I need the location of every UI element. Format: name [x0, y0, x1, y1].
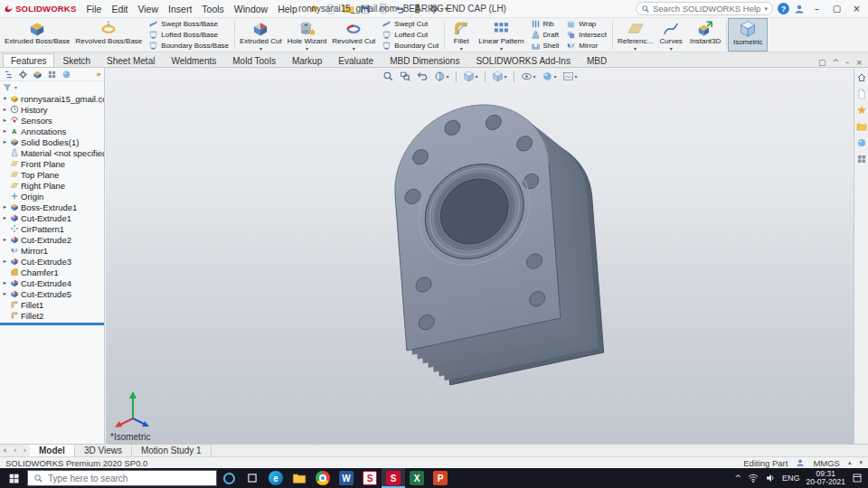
task-view-button[interactable]	[241, 468, 264, 488]
tree-item-top-plane[interactable]: Top Plane	[0, 169, 104, 180]
search-dropdown-icon[interactable]: ▾	[764, 5, 768, 13]
dropdown-arrow-icon[interactable]: ▾	[634, 46, 637, 52]
menu-edit[interactable]: Edit	[107, 2, 132, 16]
taskbar-search-box[interactable]	[27, 470, 217, 486]
tree-item-solid-bodies[interactable]: ▸Solid Bodies(1)	[0, 136, 104, 147]
tab-markup[interactable]: Markup	[284, 53, 330, 67]
tab-sketch[interactable]: Sketch	[54, 53, 99, 67]
extruded-cut-button[interactable]: Extruded Cut ▾	[237, 19, 285, 51]
restore-button[interactable]: ▢	[829, 2, 844, 15]
tab-mbd[interactable]: MBD	[579, 53, 615, 67]
design-library-tab[interactable]	[856, 105, 867, 116]
minimize-button[interactable]: –	[809, 2, 825, 15]
swept-cut-button[interactable]: Swept Cut	[382, 19, 439, 29]
excel-button[interactable]: X	[405, 468, 429, 488]
intersect-button[interactable]: Intersect	[566, 30, 607, 40]
tree-item-origin[interactable]: Origin	[0, 191, 104, 202]
cortana-button[interactable]	[217, 468, 241, 488]
dropdown-arrow-icon[interactable]: ▾	[460, 46, 463, 52]
graphics-area[interactable]: ▾ ▾ ▾ ▾ ▾ ▾	[106, 68, 854, 444]
tree-item-right-plane[interactable]: Right Plane	[0, 180, 104, 191]
curves-button[interactable]: Curves ▾	[656, 19, 686, 51]
menu-tools[interactable]: Tools	[197, 2, 229, 16]
tab-mold-tools[interactable]: Mold Tools	[224, 53, 284, 67]
expand-icon[interactable]: ▸	[2, 106, 8, 113]
tree-item-cut-extrude3[interactable]: ▸Cut-Extrude3	[0, 256, 104, 267]
tab-mbd-dimensions[interactable]: MBD Dimensions	[382, 53, 467, 67]
nav-first-icon[interactable]: «	[0, 445, 10, 456]
hidden-icons-chevron[interactable]: ^	[734, 474, 741, 483]
configuration-manager-tab[interactable]	[32, 69, 43, 80]
tree-item-material[interactable]: Material <not specified>	[0, 147, 104, 158]
expand-icon[interactable]: ▸	[2, 203, 8, 211]
rib-button[interactable]: Rib	[531, 19, 560, 29]
extruded-boss-base-button[interactable]: Extruded Boss/Base	[2, 19, 72, 51]
expand-icon[interactable]: ▸	[2, 138, 8, 145]
panel-flyout-icon[interactable]: »	[96, 70, 101, 79]
wifi-icon[interactable]	[748, 473, 759, 483]
taskbar-search-input[interactable]	[48, 474, 211, 483]
expand-icon[interactable]: ▸	[2, 258, 8, 265]
powerpoint-button[interactable]: P	[429, 468, 452, 488]
tree-item-front-plane[interactable]: Front Plane	[0, 158, 104, 169]
nav-prev-icon[interactable]: ‹	[10, 445, 20, 456]
dropdown-arrow-icon[interactable]: ▾	[259, 46, 262, 52]
edge-button[interactable]: e	[264, 468, 288, 488]
tab-sheet-metal[interactable]: Sheet Metal	[99, 53, 163, 67]
boundary-boss-base-button[interactable]: Boundary Boss/Base	[148, 41, 229, 51]
feature-manager-tab[interactable]	[3, 69, 14, 80]
hole-wizard-button[interactable]: Hole Wizard ▾	[285, 19, 330, 51]
expand-icon[interactable]: ▸	[2, 117, 8, 124]
chrome-button[interactable]	[311, 468, 335, 488]
nav-next-icon[interactable]: ›	[20, 445, 30, 456]
menu-insert[interactable]: Insert	[164, 2, 196, 16]
status-up-icon[interactable]: ▴	[848, 459, 852, 466]
user-account-button[interactable]	[794, 4, 805, 14]
tree-item-chamfer1[interactable]: Chamfer1	[0, 267, 104, 277]
display-manager-tab[interactable]	[61, 69, 72, 80]
dropdown-arrow-icon[interactable]: ▾	[353, 46, 355, 52]
tree-item-cut-extrude2[interactable]: ▸Cut-Extrude2	[0, 234, 104, 245]
start-button[interactable]	[0, 468, 27, 488]
expand-icon[interactable]: ▸	[2, 127, 8, 135]
ribbon-collapse-icon[interactable]: ^	[832, 58, 839, 67]
solidworks-app-button[interactable]: S	[382, 468, 405, 488]
file-explorer-tab[interactable]	[856, 121, 867, 132]
tree-item-cirpattern1[interactable]: CirPattern1	[0, 223, 104, 234]
custom-properties-tab[interactable]	[856, 154, 867, 164]
boundary-cut-button[interactable]: Boundary Cut	[382, 41, 439, 51]
expand-icon[interactable]: ▸	[2, 236, 8, 243]
isometric-view-button[interactable]: Isometric	[729, 19, 767, 51]
tree-item-sensors[interactable]: ▸Sensors	[0, 115, 104, 126]
tree-item-cut-extrude1[interactable]: ▸Cut-Extrude1	[0, 212, 104, 223]
tab-evaluate[interactable]: Evaluate	[330, 53, 382, 67]
doc-close-icon[interactable]: ×	[855, 58, 863, 67]
dimxpert-manager-tab[interactable]	[46, 69, 58, 80]
tab-model[interactable]: Model	[30, 445, 75, 456]
shell-button[interactable]: Shell	[531, 41, 560, 51]
expand-icon[interactable]: ▸	[2, 290, 8, 297]
menu-view[interactable]: View	[133, 2, 163, 16]
file-explorer-button[interactable]	[288, 468, 311, 488]
bearing-end-cap-model[interactable]	[106, 68, 854, 444]
status-down-icon[interactable]: ▾	[859, 459, 863, 466]
tree-item-annotations[interactable]: ▸Annotations	[0, 126, 104, 136]
help-button[interactable]: ?	[778, 3, 789, 14]
tree-item-fillet2[interactable]: Fillet2	[0, 310, 104, 321]
appearances-tab[interactable]	[856, 137, 867, 148]
menu-file[interactable]: File	[81, 2, 106, 16]
swept-boss-base-button[interactable]: Swept Boss/Base	[148, 19, 229, 29]
lofted-boss-base-button[interactable]: Lofted Boss/Base	[148, 30, 229, 40]
property-manager-tab[interactable]	[17, 69, 29, 80]
tree-item-history[interactable]: ▸History	[0, 104, 104, 115]
tree-collapse-icon[interactable]: ▾	[2, 95, 8, 102]
help-search-box[interactable]: ▾	[636, 2, 773, 15]
tree-item-boss-extrude1[interactable]: ▸Boss-Extrude1	[0, 202, 104, 212]
tab-motion-study-1[interactable]: Motion Study 1	[132, 445, 212, 456]
taskbar-clock[interactable]: 09:31 20-07-2021	[807, 470, 845, 487]
doc-restore-icon[interactable]: ▢	[818, 58, 826, 67]
tree-item-mirror1[interactable]: Mirror1	[0, 245, 104, 256]
tree-item-fillet1[interactable]: Fillet1	[0, 299, 104, 310]
dropdown-arrow-icon[interactable]: ▾	[306, 46, 308, 52]
reference-geometry-button[interactable]: Referenc... ▾	[615, 19, 656, 51]
